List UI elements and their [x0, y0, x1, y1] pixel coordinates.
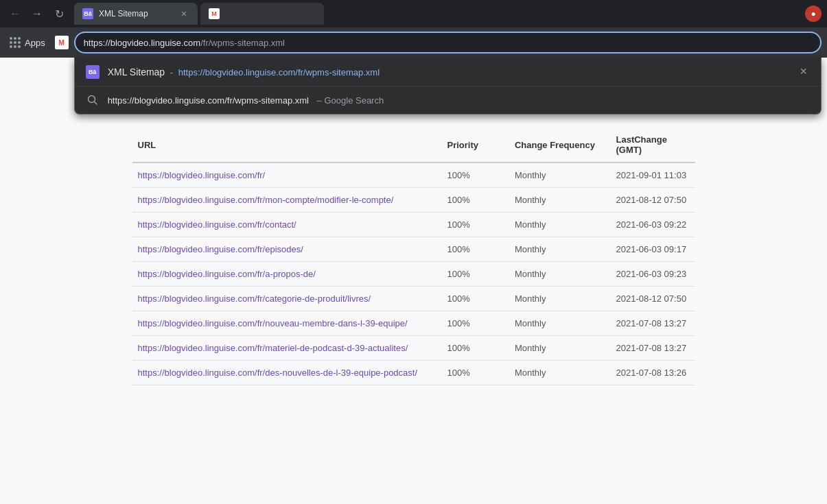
sitemap-table: URL Priority Change Frequency LastChange… [132, 128, 695, 385]
table-cell-url: https://blogvideo.linguise.com/fr/nouvea… [132, 311, 442, 336]
table-cell-url: https://blogvideo.linguise.com/fr/mon-co… [132, 188, 442, 213]
tab-sitemap[interactable]: Bā XML Sitemap × [74, 3, 198, 25]
table-row: https://blogvideo.linguise.com/fr/mon-co… [132, 188, 695, 213]
table-cell-priority: 100% [442, 311, 509, 336]
table-cell-url: https://blogvideo.linguise.com/fr/des-no… [132, 361, 442, 385]
table-cell-url: https://blogvideo.linguise.com/fr/episod… [132, 237, 442, 262]
address-bar-row: Apps M https://blogvideo.linguise.com/fr… [0, 27, 827, 58]
browser-chrome: ← → ↻ Bā XML Sitemap × M ● [0, 0, 827, 58]
dropdown-close-button[interactable]: × [797, 64, 810, 79]
address-bar-container: https://blogvideo.linguise.com/fr/wpms-s… [74, 32, 822, 53]
tab-bar: ← → ↻ Bā XML Sitemap × M ● [0, 0, 827, 27]
sitemap-url-link[interactable]: https://blogvideo.linguise.com/fr/catego… [138, 293, 371, 304]
back-button[interactable]: ← [5, 4, 25, 23]
apps-grid-icon [10, 37, 21, 48]
table-cell-lastchange: 2021-08-12 07:50 [610, 287, 695, 311]
svg-line-1 [94, 102, 97, 105]
table-cell-freq: Monthly [509, 188, 611, 213]
table-cell-lastchange: 2021-07-08 13:26 [610, 361, 695, 385]
table-cell-freq: Monthly [509, 262, 611, 287]
table-cell-freq: Monthly [509, 163, 611, 188]
nav-buttons: ← → ↻ [5, 4, 69, 23]
tab-gmail[interactable]: M [200, 3, 324, 25]
table-cell-lastchange: 2021-08-12 07:50 [610, 188, 695, 213]
search-icon [86, 93, 100, 107]
table-cell-lastchange: 2021-06-03 09:22 [610, 213, 695, 237]
address-bar[interactable]: https://blogvideo.linguise.com/fr/wpms-s… [74, 32, 822, 53]
table-cell-priority: 100% [442, 361, 509, 385]
table-cell-url: https://blogvideo.linguise.com/fr/catego… [132, 287, 442, 311]
table-cell-priority: 100% [442, 213, 509, 237]
table-cell-freq: Monthly [509, 237, 611, 262]
col-header-freq: Change Frequency [509, 128, 611, 163]
col-header-url: URL [132, 128, 442, 163]
table-cell-url: https://blogvideo.linguise.com/fr/a-prop… [132, 262, 442, 287]
table-cell-lastchange: 2021-07-08 13:27 [610, 311, 695, 336]
table-cell-freq: Monthly [509, 361, 611, 385]
table-row: https://blogvideo.linguise.com/fr/episod… [132, 237, 695, 262]
col-header-priority: Priority [442, 128, 509, 163]
sitemap-url-link[interactable]: https://blogvideo.linguise.com/fr/contac… [138, 219, 296, 230]
col-header-lastchange: LastChange (GMT) [610, 128, 695, 163]
gmail-small-icon[interactable]: M [55, 36, 69, 49]
table-row: https://blogvideo.linguise.com/fr/des-no… [132, 361, 695, 385]
tab-sitemap-favicon: Bā [82, 8, 93, 19]
apps-label: Apps [25, 38, 45, 48]
table-row: https://blogvideo.linguise.com/fr/a-prop… [132, 262, 695, 287]
table-cell-url: https://blogvideo.linguise.com/fr/ [132, 163, 442, 188]
sitemap-url-link[interactable]: https://blogvideo.linguise.com/fr/ [138, 170, 266, 180]
dropdown-search-item[interactable]: https://blogvideo.linguise.com/fr/wpms-s… [75, 86, 821, 114]
sitemap-url-link[interactable]: https://blogvideo.linguise.com/fr/a-prop… [138, 269, 316, 279]
dropdown-site-favicon: Bā [86, 65, 100, 79]
table-row: https://blogvideo.linguise.com/fr/materi… [132, 336, 695, 361]
sitemap-url-link[interactable]: https://blogvideo.linguise.com/fr/episod… [138, 244, 303, 254]
sitemap-url-link[interactable]: https://blogvideo.linguise.com/fr/mon-co… [138, 195, 394, 205]
forward-button[interactable]: → [27, 4, 47, 23]
page-inner: XML Sitemap This is a XML Sitemap which … [105, 71, 723, 385]
table-cell-lastchange: 2021-09-01 11:03 [610, 163, 695, 188]
dropdown-site-item[interactable]: Bā XML Sitemap - https://blogvideo.lingu… [75, 58, 821, 86]
table-cell-url: https://blogvideo.linguise.com/fr/contac… [132, 213, 442, 237]
table-cell-freq: Monthly [509, 213, 611, 237]
sitemap-table-body: https://blogvideo.linguise.com/fr/ 100% … [132, 163, 695, 385]
table-cell-url: https://blogvideo.linguise.com/fr/materi… [132, 336, 442, 361]
table-cell-priority: 100% [442, 336, 509, 361]
table-cell-lastchange: 2021-06-03 09:17 [610, 237, 695, 262]
tab-gmail-favicon: M [209, 8, 220, 19]
table-cell-lastchange: 2021-06-03 09:23 [610, 262, 695, 287]
table-cell-freq: Monthly [509, 336, 611, 361]
sitemap-url-link[interactable]: https://blogvideo.linguise.com/fr/nouvea… [138, 318, 408, 328]
table-row: https://blogvideo.linguise.com/fr/catego… [132, 287, 695, 311]
table-cell-priority: 100% [442, 188, 509, 213]
table-row: https://blogvideo.linguise.com/fr/nouvea… [132, 311, 695, 336]
table-cell-priority: 100% [442, 237, 509, 262]
table-cell-freq: Monthly [509, 311, 611, 336]
extension-icon[interactable]: ● [805, 5, 822, 22]
table-row: https://blogvideo.linguise.com/fr/ 100% … [132, 163, 695, 188]
page-content: XML Sitemap This is a XML Sitemap which … [0, 58, 827, 504]
tab-sitemap-title: XML Sitemap [99, 9, 173, 19]
table-cell-priority: 100% [442, 163, 509, 188]
table-cell-priority: 100% [442, 287, 509, 311]
dropdown-search-text: https://blogvideo.linguise.com/fr/wpms-s… [108, 95, 810, 106]
table-header-row: URL Priority Change Frequency LastChange… [132, 128, 695, 163]
table-cell-priority: 100% [442, 262, 509, 287]
tab-sitemap-close[interactable]: × [178, 8, 189, 19]
dropdown-site-text: XML Sitemap - https://blogvideo.linguise… [108, 67, 789, 77]
apps-button[interactable]: Apps [5, 34, 49, 51]
table-cell-freq: Monthly [509, 287, 611, 311]
address-dropdown: Bā XML Sitemap - https://blogvideo.lingu… [74, 58, 822, 115]
reload-button[interactable]: ↻ [49, 4, 69, 23]
address-text: https://blogvideo.linguise.com/fr/wpms-s… [84, 38, 812, 48]
tab-area: Bā XML Sitemap × M [74, 3, 805, 25]
sitemap-url-link[interactable]: https://blogvideo.linguise.com/fr/materi… [138, 343, 408, 353]
table-cell-lastchange: 2021-07-08 13:27 [610, 336, 695, 361]
sitemap-url-link[interactable]: https://blogvideo.linguise.com/fr/des-no… [138, 368, 418, 378]
table-row: https://blogvideo.linguise.com/fr/contac… [132, 213, 695, 237]
